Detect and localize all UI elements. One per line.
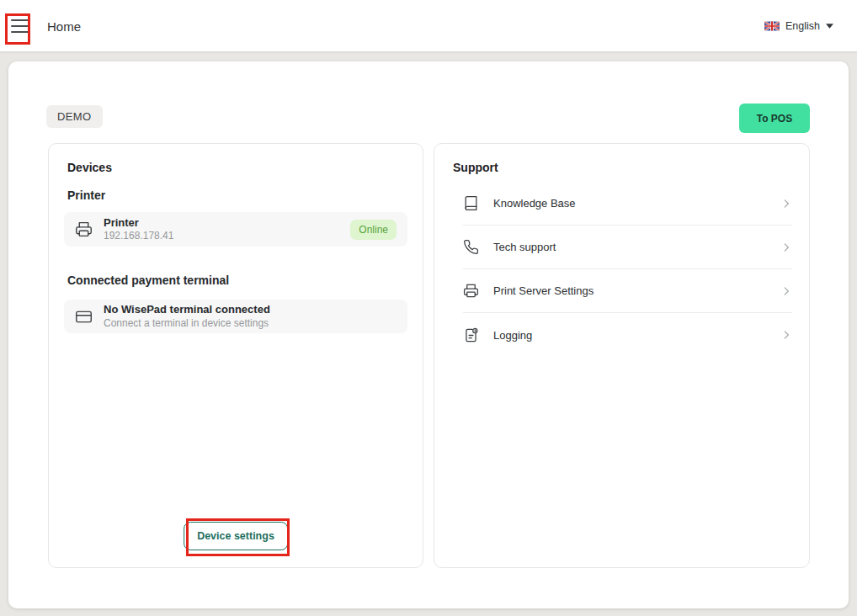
- printer-ip: 192.168.178.41: [104, 230, 173, 242]
- log-file-clock-icon: [463, 327, 479, 343]
- page-title: Home: [47, 19, 81, 33]
- support-item-label: Tech support: [493, 241, 556, 253]
- printer-section-title: Printer: [67, 189, 404, 202]
- terminal-section-title: Connected payment terminal: [67, 273, 404, 287]
- demo-badge: DEMO: [46, 105, 103, 128]
- terminal-hint: Connect a terminal in device settings: [104, 317, 270, 330]
- phone-icon: [463, 239, 479, 255]
- devices-panel-title: Devices: [67, 161, 404, 174]
- chevron-right-icon: [780, 242, 792, 253]
- support-item-label: Print Server Settings: [493, 284, 594, 297]
- support-item[interactable]: Print Server Settings: [463, 269, 792, 313]
- chevron-right-icon: [780, 329, 792, 341]
- printer-row[interactable]: Printer 192.168.178.41 Online: [64, 212, 407, 247]
- credit-card-icon: [75, 308, 93, 326]
- chevron-down-icon: [826, 24, 833, 29]
- support-list: Knowledge Base Tech support Print Server…: [434, 182, 809, 357]
- to-pos-button[interactable]: To POS: [739, 104, 810, 133]
- app-window: Home English DEMO To POS Devices Printer: [0, 0, 857, 616]
- chevron-right-icon: [780, 198, 792, 210]
- terminal-message: No WisePad terminal connected: [104, 303, 270, 316]
- printer-name: Printer: [104, 216, 173, 230]
- language-label: English: [785, 20, 820, 32]
- terminal-row: No WisePad terminal connected Connect a …: [64, 300, 407, 333]
- support-item[interactable]: Tech support: [463, 226, 792, 269]
- topbar: Home English: [0, 0, 857, 52]
- support-item[interactable]: Logging: [463, 313, 792, 357]
- printer-icon: [463, 283, 479, 299]
- support-item[interactable]: Knowledge Base: [463, 182, 792, 226]
- support-item-label: Knowledge Base: [493, 197, 576, 210]
- uk-flag-icon: [764, 21, 780, 31]
- status-badge: Online: [350, 220, 397, 240]
- support-panel: Support Knowledge Base Tech support Prin…: [434, 143, 810, 568]
- printer-icon: [75, 220, 93, 238]
- chevron-right-icon: [780, 285, 792, 297]
- support-item-label: Logging: [493, 329, 532, 342]
- menu-icon[interactable]: [11, 19, 29, 33]
- language-selector[interactable]: English: [764, 20, 833, 32]
- main-card: DEMO To POS Devices Printer Printer 192.…: [8, 61, 849, 608]
- devices-panel: Devices Printer Printer 192.168.178.41 O…: [48, 143, 423, 568]
- device-settings-button[interactable]: Device settings: [184, 522, 288, 550]
- book-icon: [463, 195, 479, 211]
- support-panel-title: Support: [453, 161, 790, 174]
